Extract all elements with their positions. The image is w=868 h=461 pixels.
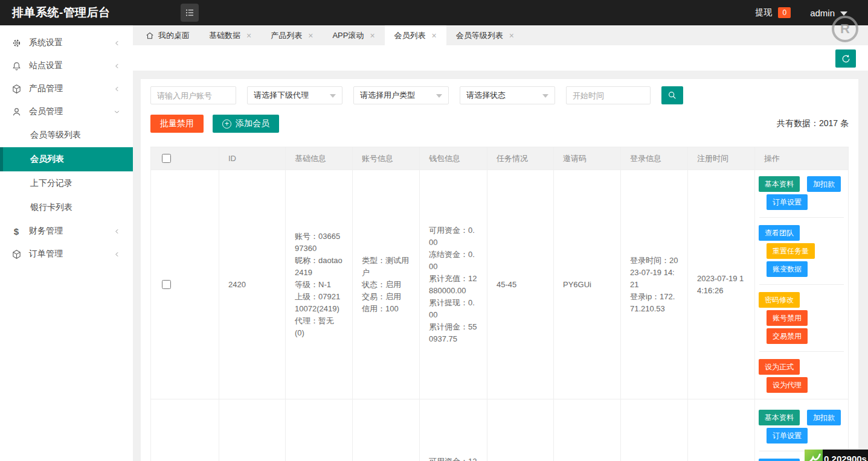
divider — [759, 351, 844, 352]
cell-account-info: 类型：测试用户 状态：启用 交易：启用 信用：100 — [352, 170, 419, 399]
divider — [759, 284, 844, 285]
tab-label: 产品列表 — [271, 30, 302, 41]
sidebar-item-label: 站点设置 — [29, 60, 63, 71]
chevron-down-icon — [113, 108, 121, 116]
set-official-button[interactable]: 设为正式 — [759, 359, 800, 375]
basic-profile-button[interactable]: 基本资料 — [759, 410, 800, 425]
withdraw-count-badge: 0 — [778, 7, 791, 18]
add-member-label: 添加会员 — [236, 118, 269, 129]
cube-icon — [11, 249, 22, 259]
view-team-button[interactable]: 查看团队 — [759, 225, 800, 241]
sidebar-item-bank-card-list[interactable]: 银行卡列表 — [0, 196, 133, 220]
status-select-value: 请选择状态 — [466, 90, 506, 101]
start-time-input[interactable] — [566, 86, 651, 104]
total-count-value: 2017 — [819, 118, 838, 128]
batch-disable-label: 批量禁用 — [160, 118, 194, 129]
sidebar-item-finance-management[interactable]: $ 财务管理 — [0, 220, 133, 243]
table-row: 可用资金：12 基本资料加扣款 订单设置 查看团队 — [151, 399, 848, 461]
tab-member-list[interactable]: 会员列表 × — [385, 25, 446, 45]
reset-task-quota-button[interactable]: 重置任务量 — [767, 243, 815, 259]
view-team-button[interactable]: 查看团队 — [759, 459, 800, 461]
header-id: ID — [219, 147, 285, 170]
select-all-checkbox[interactable] — [162, 154, 171, 163]
refresh-button[interactable] — [835, 49, 856, 68]
tab-my-desktop[interactable]: 我的桌面 — [136, 25, 199, 45]
list-icon — [184, 7, 195, 18]
close-icon[interactable]: × — [509, 31, 514, 40]
sidebar-item-member-management[interactable]: 会员管理 — [0, 100, 133, 123]
close-icon[interactable]: × — [370, 31, 375, 40]
tab-basic-data[interactable]: 基础数据 × — [199, 25, 261, 45]
table-header-row: ID 基础信息 账号信息 钱包信息 任务情况 邀请码 登录信息 注册时间 操作 — [151, 147, 848, 170]
account-change-data-button[interactable]: 账变数据 — [767, 261, 808, 277]
tab-member-level-list[interactable]: 会员等级列表 × — [446, 25, 524, 45]
bell-icon — [11, 60, 22, 71]
member-table: ID 基础信息 账号信息 钱包信息 任务情况 邀请码 登录信息 注册时间 操作 … — [150, 147, 849, 461]
withdraw-link[interactable]: 提现 — [755, 7, 772, 18]
sidebar-item-member-list[interactable]: 会员列表 — [0, 147, 133, 171]
search-button[interactable] — [661, 86, 683, 104]
chevron-down-icon — [330, 94, 336, 98]
add-deduct-funds-button[interactable]: 加扣款 — [807, 410, 841, 425]
sidebar-item-member-level-list[interactable]: 会员等级列表 — [0, 123, 133, 147]
row-checkbox[interactable] — [162, 280, 171, 289]
cell-id: 2420 — [219, 170, 285, 399]
cell-wallet-info: 可用资金：0.00 冻结资金：0.00 累计充值：12880000.00 累计提… — [419, 170, 487, 399]
chevron-left-icon — [113, 85, 121, 93]
order-settings-button[interactable]: 订单设置 — [767, 428, 808, 444]
cell-login-info: 登录时间：2023-07-19 14:21 登录ip：172.71.210.53 — [620, 170, 687, 399]
close-icon[interactable]: × — [246, 31, 251, 40]
sidebar: 系统设置 站点设置 产品管理 会员管理 会员等级列表 会员列表 — [0, 25, 133, 461]
disable-account-button[interactable]: 账号禁用 — [767, 310, 808, 326]
cell-account-info — [352, 399, 419, 461]
load-time-value: 0.202900s — [824, 454, 867, 461]
order-settings-button[interactable]: 订单设置 — [767, 194, 808, 210]
user-icon — [11, 106, 22, 117]
set-agent-button[interactable]: 设为代理 — [767, 377, 808, 393]
batch-disable-button[interactable]: 批量禁用 — [150, 115, 204, 133]
cell-invite-code: PY6GUi — [553, 170, 620, 399]
sidebar-item-updown-records[interactable]: 上下分记录 — [0, 171, 133, 196]
close-icon[interactable]: × — [308, 31, 313, 40]
add-member-button[interactable]: + 添加会员 — [213, 115, 279, 133]
chevron-down-icon — [840, 11, 847, 16]
total-count-unit: 条 — [840, 118, 849, 128]
cell-invite-code — [553, 399, 620, 461]
user-type-select-value: 请选择用户类型 — [360, 90, 415, 101]
cell-task-status — [487, 399, 553, 461]
page-control-strip — [133, 45, 868, 71]
chevron-left-icon — [113, 62, 121, 70]
table-toolbar: 批量禁用 + 添加会员 共有数据：2017 条 — [150, 115, 849, 133]
cell-basic-info: 账号：0366597360 昵称：daotao2419 等级：N-1 上级：07… — [285, 170, 352, 399]
cell-register-time: 2023-07-19 14:16:26 — [687, 170, 754, 399]
sidebar-toggle-button[interactable] — [181, 4, 199, 22]
account-search-input[interactable] — [150, 86, 236, 104]
add-deduct-funds-button[interactable]: 加扣款 — [807, 176, 841, 192]
sidebar-item-product-management[interactable]: 产品管理 — [0, 77, 133, 100]
sidebar-item-site-settings[interactable]: 站点设置 — [0, 54, 133, 77]
dollar-icon: $ — [11, 226, 22, 237]
cell-login-info — [620, 399, 687, 461]
disable-trade-button[interactable]: 交易禁用 — [767, 328, 808, 344]
header-invite-code: 邀请码 — [553, 147, 620, 170]
registered-logo-watermark: R — [832, 16, 858, 42]
tab-app-scroll[interactable]: APP滚动 × — [323, 25, 384, 45]
header-register-time: 注册时间 — [687, 147, 754, 170]
basic-profile-button[interactable]: 基本资料 — [759, 176, 800, 192]
tab-product-list[interactable]: 产品列表 × — [261, 25, 323, 45]
refresh-icon — [841, 54, 851, 64]
table-row: 2420 账号：0366597360 昵称：daotao2419 等级：N-1 … — [151, 170, 848, 399]
debug-trace-toggle[interactable] — [805, 450, 823, 461]
agent-select[interactable]: 请选择下级代理 — [247, 86, 342, 104]
status-select[interactable]: 请选择状态 — [460, 86, 555, 104]
sidebar-item-order-management[interactable]: 订单管理 — [0, 243, 133, 265]
user-type-select[interactable]: 请选择用户类型 — [353, 86, 449, 104]
sidebar-item-system-settings[interactable]: 系统设置 — [0, 31, 133, 54]
sidebar-subitem-label: 银行卡列表 — [30, 202, 72, 213]
close-icon[interactable]: × — [432, 31, 437, 40]
watermark-letter: R — [840, 21, 850, 37]
header-basic-info: 基础信息 — [285, 147, 352, 170]
change-password-button[interactable]: 密码修改 — [759, 292, 800, 308]
sidebar-item-label: 订单管理 — [29, 249, 63, 259]
tab-label: 会员等级列表 — [456, 30, 503, 41]
